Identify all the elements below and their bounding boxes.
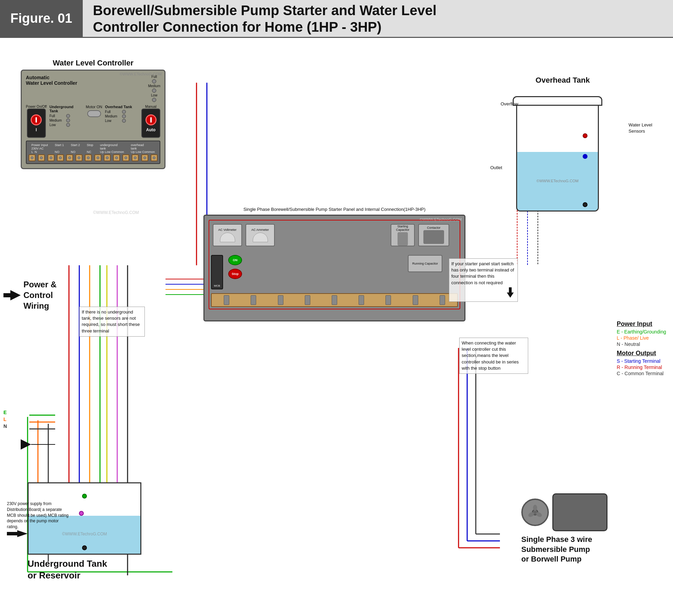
overhead-tank-body: ©WWW.ETechnoG.COM Overflow Outlet Water … [508, 88, 607, 212]
overhead-tank-label: Overhead Tank [105, 105, 139, 109]
power-input-title: Power Input [617, 320, 666, 328]
supply-note: 230V power supply from Distribution Boar… [7, 501, 69, 530]
ind-medium: Medium [148, 84, 160, 88]
terminal-7[interactable] [85, 154, 92, 161]
cap-body [398, 232, 408, 246]
mcb: MCB [211, 255, 223, 289]
header: Figure. 01 Borewell/Submersible Pump Sta… [0, 0, 673, 38]
panel-term-8[interactable] [413, 295, 418, 305]
manual-switch[interactable]: Auto [141, 109, 160, 138]
fan-icon [526, 504, 544, 521]
annotation2-arrow [451, 287, 515, 299]
arrow-icon [3, 288, 21, 302]
down-arrow-icon [505, 287, 515, 298]
pump-motor-body [552, 493, 607, 531]
panel-term-4[interactable] [305, 295, 310, 305]
panel-term-9[interactable] [440, 295, 445, 305]
auto-label: Auto [146, 127, 155, 132]
starter-panel-title: Single Phase Borewell/Submersible Pump S… [203, 207, 465, 213]
terminal-10[interactable] [113, 154, 120, 161]
power-switch[interactable]: I [27, 109, 46, 138]
ind-low: Low [151, 93, 157, 97]
on-button[interactable]: ON [228, 255, 242, 265]
terminal-label-oh: overheadtankUp Low Common [131, 143, 155, 154]
ug-sensor-full [82, 494, 87, 499]
led-low [152, 98, 156, 102]
motor-on-switch[interactable] [87, 110, 101, 117]
terminal-6[interactable] [76, 154, 82, 161]
ug-medium-label: Medium [49, 119, 65, 122]
terminal-1[interactable] [29, 154, 36, 161]
svg-text:L: L [3, 417, 7, 422]
terminal-2[interactable] [38, 154, 45, 161]
supply-arrow [7, 528, 28, 540]
terminal-13[interactable] [141, 154, 148, 161]
manual-switch-knob [145, 114, 157, 125]
terminal-12[interactable] [132, 154, 139, 161]
contactor-label: Contactor [427, 226, 440, 229]
led-ug-low [66, 123, 70, 127]
panel-term-1[interactable] [224, 295, 229, 305]
ammeter-label: AC Ammeter [251, 228, 269, 232]
terminal-label-start2: Start 2NO [71, 143, 80, 154]
pump-fan [521, 499, 549, 526]
ug-low-label: Low [49, 123, 65, 127]
annotation-two-terminal: If your starter panel start switch has o… [449, 258, 518, 302]
underground-label-line2: or Reservoir [28, 570, 141, 582]
sensor-dot-medium [583, 154, 587, 159]
water-level-controller: Water Level Controller ©WWW.ETechnoG.COM… [21, 59, 165, 169]
underground-tank-label: Underground Tank or Reservoir [28, 558, 141, 582]
screw-11 [124, 156, 127, 159]
terminal-8[interactable] [94, 154, 101, 161]
power-control-wiring-label: Power & Control Wiring [3, 279, 57, 311]
screw-6 [78, 156, 80, 159]
pump-label-line3: or Borwell Pump [521, 554, 607, 564]
ammeter: AC Ammeter [245, 224, 275, 246]
voltmeter-dial [220, 233, 235, 242]
terminal-label-stop: StopNC [87, 143, 93, 154]
terminal-strip: Power Input230V ACL N Start 1NO Start 2N… [26, 141, 160, 164]
legend-n: N - Neutral [617, 341, 666, 347]
motor-output-title: Motor Output [617, 350, 666, 357]
watermark-overhead: ©WWW.ETechnoG.COM [536, 179, 579, 183]
terminal-5[interactable] [66, 154, 73, 161]
svg-text:E: E [3, 410, 7, 415]
pump-label-line2: Submersible Pump [521, 545, 607, 555]
screw-9 [106, 156, 109, 159]
switch-line [36, 117, 37, 123]
panel-term-5[interactable] [332, 295, 337, 305]
screw-3 [50, 156, 52, 159]
power-wiring-text: Power & Control Wiring [23, 279, 57, 311]
panel-term-2[interactable] [251, 295, 256, 305]
figure-label: Figure. 01 [0, 0, 83, 37]
panel-term-7[interactable] [385, 295, 391, 305]
annotation1-text: If there is no underground tank, these s… [82, 309, 140, 333]
underground-tank-section: ©WWW.ETechroG.COM Underground Tank or Re… [28, 482, 141, 582]
manual-label: Manual [145, 105, 157, 109]
terminal-11[interactable] [122, 154, 129, 161]
power-switch-knob [31, 114, 42, 125]
terminal-4[interactable] [57, 154, 64, 161]
wlc-title-line2: Water Level Controller [26, 80, 77, 86]
motor-on-label: Motor ON [86, 105, 102, 109]
panel-term-6[interactable] [359, 295, 364, 305]
screw-8 [97, 156, 99, 159]
stop-button[interactable]: Stop [228, 269, 242, 279]
watermark-middle: ©WWW.ETechnoG.COM [93, 210, 139, 215]
starter-inner-panel: AC Voltmeter AC Ammeter Starting Capacit… [209, 220, 460, 309]
power-switch-label: Power On/Off [26, 105, 47, 109]
starter-panel-box: ©WWW.ETechnoG.COM AC Voltmeter AC Ammete… [203, 215, 465, 321]
terminal-14[interactable] [151, 154, 158, 161]
annotation-no-underground: If there is no underground tank, these s… [79, 307, 145, 337]
panel-term-3[interactable] [278, 295, 283, 305]
pump-section: Single Phase 3 wire Submersible Pump or … [521, 493, 607, 564]
terminal-9[interactable] [104, 154, 111, 161]
mcb-label: MCB [214, 284, 220, 287]
ug-full-label: Full [49, 114, 65, 118]
led-ug-medium [66, 119, 70, 122]
terminal-3[interactable] [48, 154, 54, 161]
legend-c: C - Common Terminal [617, 371, 666, 376]
voltmeter: AC Voltmeter [213, 224, 242, 246]
terminal-label-power: Power Input230V ACL N [31, 143, 48, 154]
screw-2 [40, 156, 43, 159]
